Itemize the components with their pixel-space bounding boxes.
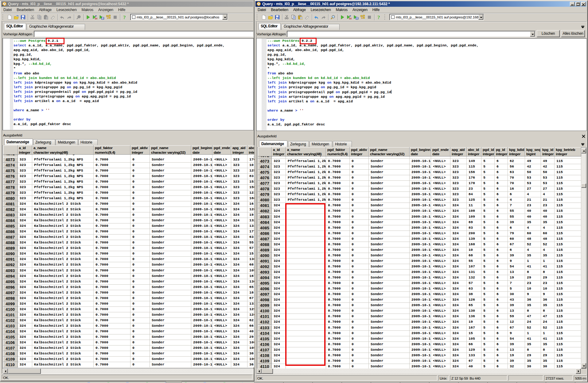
svg-text:?: ? bbox=[123, 15, 126, 20]
svg-text:GS: GS bbox=[349, 17, 352, 20]
svg-text:?: ? bbox=[377, 15, 380, 20]
svg-text:GS: GS bbox=[95, 17, 98, 20]
